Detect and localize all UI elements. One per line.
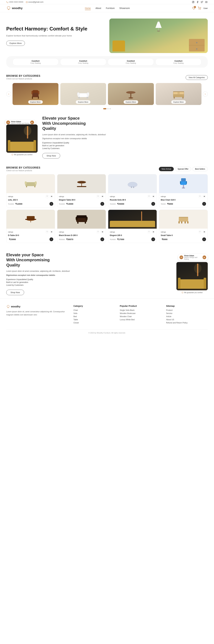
svg-point-4 bbox=[199, 9, 199, 10]
instagram-icon[interactable] bbox=[192, 1, 195, 4]
wishlist-icon-1[interactable]: ♡ bbox=[45, 195, 49, 198]
footer-cat-table[interactable]: Table bbox=[73, 318, 115, 321]
view-icon-4[interactable]: 👁 bbox=[203, 195, 206, 198]
explore-card-3-button[interactable]: Explore More bbox=[124, 100, 138, 104]
nav-item-showroom[interactable]: Showroom bbox=[119, 7, 130, 10]
product-price-row-2: ₹16000 ₹14000 + bbox=[59, 202, 104, 206]
category-card-1[interactable]: Explore More bbox=[12, 83, 58, 105]
facebook-icon[interactable] bbox=[196, 1, 199, 4]
view-icon-6[interactable]: 👁 bbox=[101, 230, 104, 234]
wishlist-icon-2[interactable]: ♡ bbox=[96, 195, 100, 198]
svg-rect-62 bbox=[179, 221, 180, 224]
add-cart-8[interactable]: + bbox=[202, 238, 206, 241]
category-card-3[interactable]: Explore More bbox=[108, 83, 154, 105]
footer-sitemap-refund[interactable]: Refund and Return Policy bbox=[166, 322, 208, 324]
footer-sitemap-product[interactable]: Product bbox=[166, 309, 208, 311]
view-all-categories-button[interactable]: View All Categories bbox=[186, 75, 208, 80]
play-button-1[interactable]: ▶ bbox=[30, 120, 34, 124]
explore-more-button[interactable]: Explore More bbox=[6, 41, 25, 46]
add-cart-1[interactable]: + bbox=[49, 202, 53, 206]
footer-sitemap-service[interactable]: Service bbox=[166, 312, 208, 314]
svg-rect-14 bbox=[38, 96, 39, 99]
category-card-2[interactable]: Explore More bbox=[60, 83, 106, 105]
promo1-image bbox=[6, 124, 38, 153]
cart-icon[interactable] bbox=[198, 6, 201, 10]
filter-new-arrival-button[interactable]: New Arrival bbox=[159, 167, 174, 171]
view-icon-2[interactable]: 👁 bbox=[101, 195, 104, 198]
product-price-row-7: ₹19000 ₹17000 + bbox=[110, 238, 155, 241]
footer-popular-4[interactable]: Luxury White Bed bbox=[120, 318, 161, 321]
footer-cat-closet[interactable]: Closet bbox=[73, 322, 115, 324]
category-card-1-overlay: Explore More bbox=[12, 99, 58, 105]
navbar: woodhy Home About Furniture Showroom 1 U… bbox=[0, 4, 214, 12]
view-icon-5[interactable]: 👁 bbox=[50, 230, 53, 234]
add-cart-4[interactable]: + bbox=[202, 202, 206, 206]
wishlist-icon-3[interactable]: ♡ bbox=[147, 195, 151, 198]
comfort-badge-1: Comfort Cozy Seating bbox=[12, 58, 59, 66]
nav-item-furniture[interactable]: Furniture bbox=[106, 7, 115, 10]
add-cart-2[interactable]: + bbox=[100, 202, 104, 206]
add-cart-5[interactable]: + bbox=[49, 238, 53, 241]
product-actions-3: ratings ♡ 👁 bbox=[110, 195, 155, 198]
filter-best-sellers-button[interactable]: Best Sellers bbox=[192, 167, 208, 171]
svg-rect-11 bbox=[31, 91, 33, 94]
view-icon-1[interactable]: 👁 bbox=[50, 195, 53, 198]
add-cart-3[interactable]: + bbox=[151, 202, 155, 206]
view-icon-7[interactable]: 👁 bbox=[152, 230, 155, 234]
nav-item-about[interactable]: About bbox=[95, 7, 101, 10]
category-card-4-overlay: Explore More bbox=[156, 99, 202, 105]
promo1-image-wrap: VA Victor Adam Interior Design and Styli… bbox=[6, 121, 38, 153]
comfort-badges: Comfort Cozy Seating Comfort Cozy Seatin… bbox=[6, 56, 208, 68]
wishlist-icon-6[interactable]: ♡ bbox=[96, 230, 100, 234]
footer-popular-2[interactable]: Wooden Bookcase bbox=[120, 312, 161, 314]
footer-cat-sofa[interactable]: Sofa bbox=[73, 312, 115, 314]
category-card-4[interactable]: Explore More bbox=[156, 83, 202, 105]
explore-card-1-button[interactable]: Explore More bbox=[28, 100, 43, 104]
wishlist-icon-5[interactable]: ♡ bbox=[45, 230, 49, 234]
add-cart-7[interactable]: + bbox=[151, 238, 155, 241]
explore-card-2-button[interactable]: Explore More bbox=[76, 100, 90, 104]
guarantee-text-1: We guarantee you comfort bbox=[6, 154, 38, 156]
svg-rect-28 bbox=[173, 91, 184, 92]
footer-popular-1[interactable]: Single Sofa Black bbox=[120, 309, 161, 311]
product-icons-8: ♡ 👁 bbox=[198, 230, 206, 234]
shop-now-button-2[interactable]: Shop Now bbox=[6, 290, 24, 295]
nav-item-home[interactable]: Home bbox=[85, 7, 91, 10]
user-label[interactable]: User bbox=[204, 7, 208, 10]
play-button-2[interactable]: ▶ bbox=[203, 256, 206, 259]
footer-sitemap-article[interactable]: Article bbox=[166, 316, 208, 318]
carousel-prev-button[interactable]: ‹ bbox=[6, 92, 11, 96]
wishlist-icon-8[interactable]: ♡ bbox=[198, 230, 202, 234]
svg-rect-29 bbox=[174, 97, 175, 98]
footer-cat-chair[interactable]: Chair bbox=[73, 309, 115, 311]
carousel-next-button[interactable]: › bbox=[203, 92, 208, 96]
footer-popular-3[interactable]: Wooden Chair bbox=[120, 316, 161, 318]
svg-rect-0 bbox=[192, 1, 194, 3]
dot-2[interactable] bbox=[107, 108, 109, 109]
footer-sitemap-about[interactable]: About US bbox=[166, 318, 208, 321]
price-old-2: ₹16000 bbox=[59, 203, 65, 205]
filter-special-offer-button[interactable]: Special Offer bbox=[175, 167, 191, 171]
product-img-6 bbox=[57, 210, 106, 229]
svg-rect-39 bbox=[77, 186, 86, 187]
wishlist-icon-7[interactable]: ♡ bbox=[147, 230, 151, 234]
youtube-icon[interactable] bbox=[205, 1, 208, 4]
twitter-icon[interactable] bbox=[201, 1, 203, 4]
dot-1[interactable] bbox=[103, 108, 106, 109]
wishlist-icon[interactable]: 1 bbox=[192, 6, 195, 10]
view-icon-8[interactable]: 👁 bbox=[203, 230, 206, 234]
explore-card-4-button[interactable]: Explore More bbox=[171, 100, 186, 104]
svg-rect-24 bbox=[173, 94, 184, 97]
price-old-6: ₹35000 bbox=[59, 238, 65, 240]
shop-now-button-1[interactable]: Shop Now bbox=[42, 153, 60, 158]
add-cart-6[interactable]: + bbox=[100, 238, 104, 241]
product-name-1: sofa_202 0 bbox=[8, 199, 53, 201]
svg-rect-17 bbox=[77, 92, 79, 96]
view-icon-3[interactable]: 👁 bbox=[152, 195, 155, 198]
wishlist-icon-4[interactable]: ♡ bbox=[198, 195, 202, 198]
footer-description: Lorem ipsum dolor sit, amet consectetur … bbox=[6, 310, 69, 316]
victor-avatar-1: VA bbox=[6, 120, 10, 124]
dot-3[interactable] bbox=[110, 108, 111, 109]
footer-cat-bed[interactable]: Bed bbox=[73, 316, 115, 318]
product-img-4 bbox=[159, 174, 208, 193]
